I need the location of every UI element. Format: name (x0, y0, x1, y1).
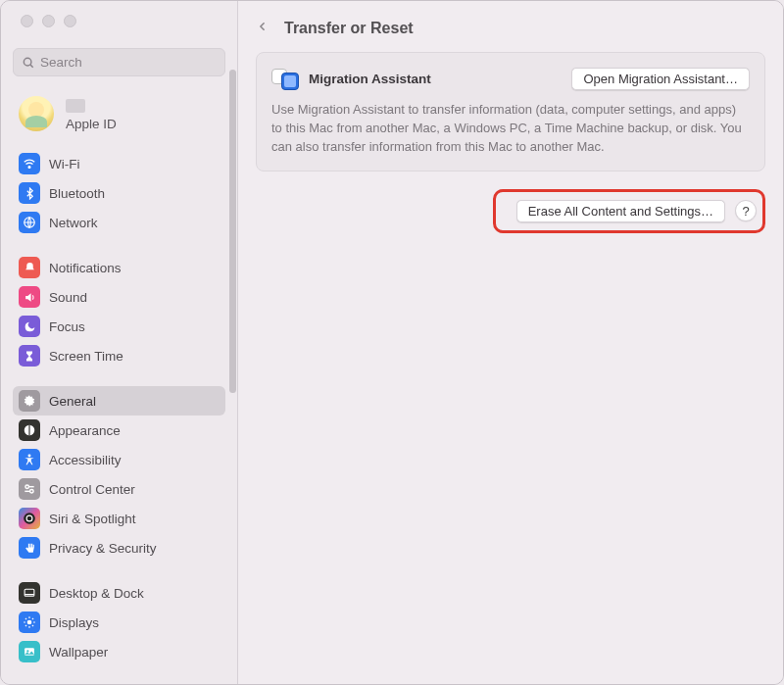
apple-id-label: Apple ID (66, 117, 117, 131)
svg-point-11 (24, 513, 35, 524)
sidebar-item-bluetooth[interactable]: Bluetooth (13, 178, 225, 208)
sidebar-item-label: Siri & Spotlight (49, 512, 136, 526)
search-input[interactable]: Search (13, 48, 225, 76)
erase-highlight-box: Erase All Content and Settings… ? (493, 189, 765, 233)
migration-description: Use Migration Assistant to transfer info… (271, 101, 750, 157)
minimize-window-button[interactable] (42, 15, 55, 27)
wallpaper-icon (19, 641, 40, 662)
sidebar-item-label: Wallpaper (49, 645, 108, 660)
svg-point-9 (30, 490, 33, 494)
search-icon (22, 56, 35, 70)
zoom-window-button[interactable] (64, 15, 76, 27)
sidebar: Search Apple ID Wi-FiBluetoothNetworkNot… (1, 1, 238, 684)
sidebar-item-label: Focus (49, 319, 85, 334)
sidebar-item-control-center[interactable]: Control Center (13, 474, 225, 504)
appearance-icon (19, 419, 40, 441)
help-label: ? (742, 204, 749, 219)
sidebar-item-label: Privacy & Security (49, 541, 157, 556)
bell-icon (19, 257, 40, 278)
svg-point-6 (28, 454, 31, 457)
sidebar-item-label: Accessibility (49, 453, 122, 467)
sidebar-item-wallpaper[interactable]: Wallpaper (13, 637, 225, 666)
svg-line-20 (25, 618, 26, 619)
sidebar-item-label: Bluetooth (49, 186, 105, 201)
dock-icon (19, 582, 40, 604)
svg-point-25 (26, 650, 28, 652)
erase-all-content-label: Erase All Content and Settings… (528, 204, 713, 219)
sidebar-item-label: Displays (49, 615, 99, 630)
gear-icon (19, 390, 40, 412)
sidebar-item-desktop-dock[interactable]: Desktop & Dock (13, 578, 225, 608)
hourglass-icon (19, 345, 40, 367)
sidebar-item-label: Appearance (49, 423, 121, 438)
svg-point-7 (25, 485, 29, 489)
sidebar-item-appearance[interactable]: Appearance (13, 416, 225, 445)
accessibility-icon (19, 449, 40, 470)
svg-line-21 (32, 625, 33, 626)
svg-point-2 (28, 167, 30, 169)
sidebar-item-general[interactable]: General (13, 386, 225, 416)
sidebar-item-label: Network (49, 216, 98, 230)
open-migration-assistant-button[interactable]: Open Migration Assistant… (571, 68, 750, 90)
close-window-button[interactable] (21, 15, 33, 27)
scrollbar[interactable] (229, 70, 236, 393)
header: Transfer or Reset (256, 1, 765, 52)
sidebar-item-label: General (49, 394, 96, 409)
sidebar-item-label: Screen Time (49, 349, 123, 364)
erase-all-content-button[interactable]: Erase All Content and Settings… (516, 200, 725, 222)
speaker-icon (19, 286, 40, 308)
apple-id-row[interactable]: Apple ID (1, 85, 237, 149)
back-button[interactable] (256, 17, 269, 40)
sidebar-item-notifications[interactable]: Notifications (13, 253, 225, 282)
sidebar-item-focus[interactable]: Focus (13, 312, 225, 341)
svg-point-15 (27, 620, 32, 625)
apple-id-placeholder-icon (66, 99, 85, 113)
svg-rect-13 (24, 589, 34, 596)
sidebar-item-wi-fi[interactable]: Wi-Fi (13, 149, 225, 178)
sidebar-item-network[interactable]: Network (13, 208, 225, 237)
moon-icon (19, 316, 40, 337)
sidebar-item-privacy-security[interactable]: Privacy & Security (13, 533, 225, 563)
sidebar-item-sound[interactable]: Sound (13, 282, 225, 312)
help-button[interactable]: ? (735, 200, 757, 221)
switches-icon (19, 478, 40, 500)
page-title: Transfer or Reset (284, 20, 414, 37)
sidebar-item-label: Notifications (49, 261, 122, 275)
sidebar-item-label: Control Center (49, 482, 135, 497)
migration-title: Migration Assistant (309, 72, 431, 86)
svg-point-0 (24, 58, 31, 66)
svg-line-22 (25, 625, 26, 626)
svg-line-23 (32, 618, 33, 619)
avatar (19, 96, 54, 131)
window-controls (1, 1, 237, 40)
migration-assistant-icon (271, 67, 299, 90)
sidebar-item-screen-time[interactable]: Screen Time (13, 341, 225, 370)
sun-icon (19, 612, 40, 633)
siri-icon (19, 508, 40, 529)
sidebar-item-displays[interactable]: Displays (13, 608, 225, 637)
sidebar-item-label: Wi-Fi (49, 157, 79, 171)
svg-line-1 (30, 64, 33, 67)
open-migration-assistant-label: Open Migration Assistant… (583, 72, 738, 86)
bluetooth-icon (19, 182, 40, 204)
sidebar-list: Wi-FiBluetoothNetworkNotificationsSoundF… (1, 149, 237, 684)
sidebar-item-label: Desktop & Dock (49, 586, 144, 601)
globe-icon (19, 212, 40, 233)
sidebar-item-accessibility[interactable]: Accessibility (13, 445, 225, 474)
main-content: Transfer or Reset Migration Assistant Op… (238, 1, 783, 684)
hand-icon (19, 537, 40, 559)
sidebar-item-label: Sound (49, 290, 87, 305)
search-placeholder: Search (40, 55, 82, 70)
wifi-icon (19, 153, 40, 174)
migration-card: Migration Assistant Open Migration Assis… (256, 52, 765, 171)
sidebar-item-siri-spotlight[interactable]: Siri & Spotlight (13, 504, 225, 533)
